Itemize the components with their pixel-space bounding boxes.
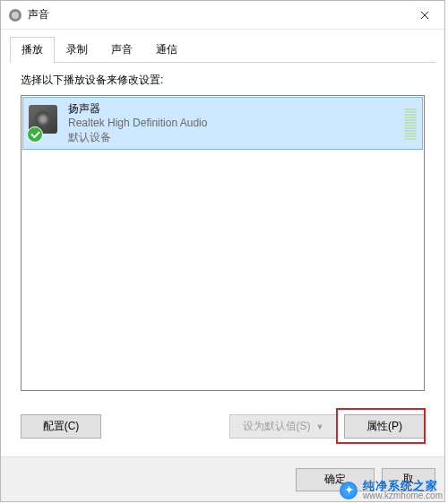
close-button[interactable] xyxy=(404,1,444,29)
tab-sounds[interactable]: 声音 xyxy=(99,37,144,64)
device-text: 扬声器 Realtek High Definition Audio 默认设备 xyxy=(68,101,399,145)
device-listbox[interactable]: 扬声器 Realtek High Definition Audio 默认设备 xyxy=(21,95,425,391)
device-item-speakers[interactable]: 扬声器 Realtek High Definition Audio 默认设备 xyxy=(22,97,423,150)
window-title: 声音 xyxy=(28,7,404,22)
speaker-icon xyxy=(29,105,61,141)
device-name: 扬声器 xyxy=(68,101,399,116)
watermark: ✦ 纯净系统之家 www.kzmhome.com xyxy=(340,480,443,500)
device-status: 默认设备 xyxy=(68,130,399,144)
tab-strip: 播放 录制 声音 通信 xyxy=(10,37,444,64)
sound-dialog: 声音 播放 录制 声音 通信 选择以下播放设备来修改设置: 扬声器 Realte… xyxy=(0,0,445,502)
chevron-down-icon: ▼ xyxy=(316,422,324,431)
watermark-url: www.kzmhome.com xyxy=(363,491,443,500)
titlebar: 声音 xyxy=(1,1,444,30)
set-default-label: 设为默认值(S) xyxy=(243,419,311,434)
tab-recording[interactable]: 录制 xyxy=(55,37,99,64)
device-description: Realtek High Definition Audio xyxy=(68,116,399,130)
set-default-button[interactable]: 设为默认值(S) ▼ xyxy=(229,414,337,439)
tab-underline xyxy=(10,62,435,63)
action-row: 配置(C) 设为默认值(S) ▼ 属性(P) xyxy=(21,414,425,439)
tab-content: 选择以下播放设备来修改设置: 扬声器 Realtek High Definiti… xyxy=(21,73,425,437)
default-check-icon xyxy=(27,126,43,143)
configure-button[interactable]: 配置(C) xyxy=(21,414,101,439)
tab-communications[interactable]: 通信 xyxy=(144,37,189,64)
level-meter xyxy=(404,104,417,142)
watermark-logo-icon: ✦ xyxy=(340,482,358,500)
tab-playback[interactable]: 播放 xyxy=(10,37,55,64)
sound-icon xyxy=(8,8,22,22)
instruction-text: 选择以下播放设备来修改设置: xyxy=(21,73,425,88)
svg-point-1 xyxy=(12,12,19,19)
properties-button[interactable]: 属性(P) xyxy=(344,414,425,439)
